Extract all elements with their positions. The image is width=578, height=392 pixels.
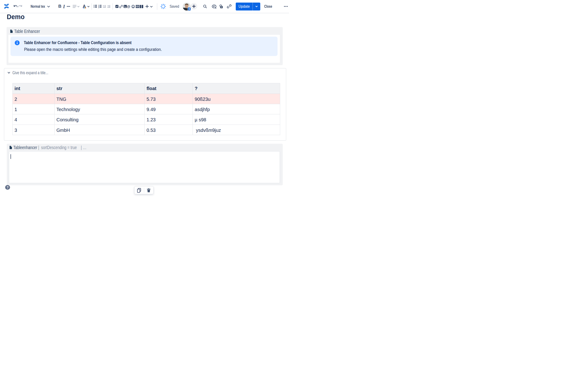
svg-text:3: 3 xyxy=(98,7,99,8)
svg-text:S: S xyxy=(189,8,190,10)
